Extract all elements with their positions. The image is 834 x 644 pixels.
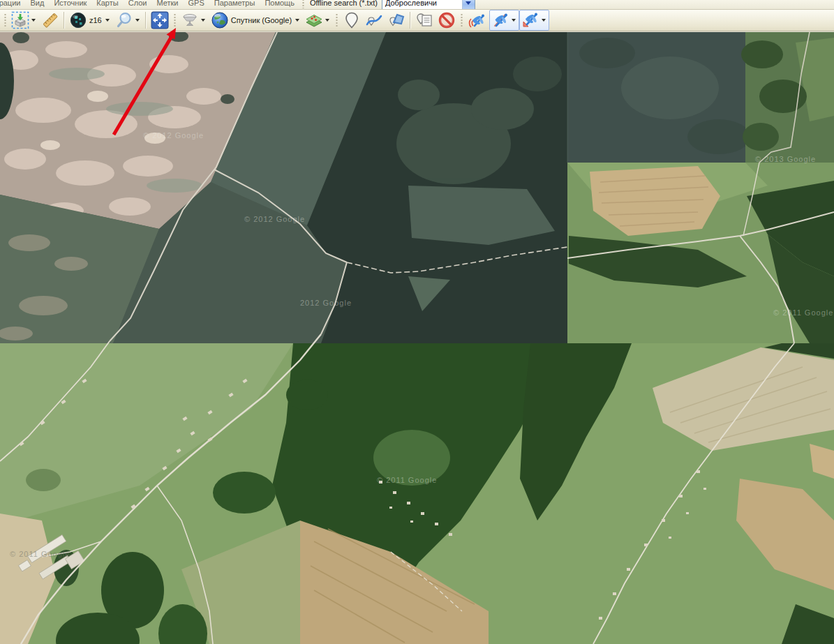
ruler-icon <box>41 11 59 29</box>
menu-item-source[interactable]: Источник <box>49 0 91 7</box>
toolbar-separator <box>145 12 147 29</box>
offline-search-label: Offline search (*.txt) <box>307 0 382 7</box>
zoom-level-button[interactable]: z16 <box>67 10 113 31</box>
cache-mode-button[interactable] <box>179 10 209 31</box>
add-polygon-button[interactable] <box>385 10 408 31</box>
layers-icon <box>305 11 323 29</box>
add-placemark-icon <box>343 11 361 29</box>
chevron-down-icon <box>542 19 546 22</box>
gps-follow-button[interactable] <box>519 10 549 31</box>
google-watermark: © 2011 Google <box>773 308 833 317</box>
gps-connect-icon <box>468 11 487 29</box>
map-source-label: Спутник (Google) <box>229 16 293 24</box>
main-toolbar: z16 <box>0 10 834 31</box>
combobox-dropdown-button[interactable] <box>462 0 475 9</box>
chevron-down-icon <box>466 1 471 5</box>
toolbar-grip[interactable] <box>3 13 7 28</box>
menu-item-maps[interactable]: Карты <box>91 0 123 7</box>
map-corner-ne <box>741 32 834 163</box>
hide-marks-icon <box>438 11 456 29</box>
satellite-map: © 2012 Google © 2012 Google 2012 Google … <box>0 32 834 644</box>
placemark-list-icon <box>415 11 433 29</box>
ruler-button[interactable] <box>39 10 61 31</box>
zoom-level-icon <box>69 11 87 29</box>
menu-item-marks[interactable]: Метки <box>151 0 183 7</box>
gps-track-icon <box>491 11 509 29</box>
google-watermark: © 2011 Google <box>10 550 70 558</box>
chevron-down-icon <box>295 19 299 22</box>
search-magnifier-button[interactable] <box>113 10 143 31</box>
chevron-down-icon <box>105 19 110 22</box>
google-watermark: 2012 Google <box>300 299 352 307</box>
toolbar-separator <box>410 12 411 29</box>
selection-download-button[interactable] <box>9 10 39 31</box>
gps-track-button[interactable] <box>489 10 519 31</box>
menu-item-operations[interactable]: Операции <box>0 0 25 7</box>
chevron-down-icon <box>512 19 516 22</box>
gps-connect-button[interactable] <box>466 10 489 31</box>
zoom-level-label: z16 <box>87 16 103 24</box>
google-watermark: © 2012 Google <box>244 215 305 223</box>
fullscreen-icon <box>151 11 169 29</box>
menu-item-view[interactable]: Вид <box>25 0 49 7</box>
map-source-icon <box>211 11 229 29</box>
gps-follow-icon <box>521 11 539 29</box>
offline-search-combobox[interactable]: Доброслевичи <box>382 0 475 10</box>
chevron-down-icon <box>31 19 36 22</box>
map-source-button[interactable]: Спутник (Google) <box>209 10 303 31</box>
chevron-down-icon <box>135 19 140 22</box>
chevron-down-icon <box>325 19 329 22</box>
magnifier-icon <box>115 11 133 29</box>
placemark-list-button[interactable] <box>413 10 435 31</box>
map-tile-bright-bottom <box>0 334 834 644</box>
map-tile-dark-upper <box>0 32 567 343</box>
toolbar-grip[interactable] <box>173 13 177 28</box>
add-placemark-button[interactable] <box>341 10 363 31</box>
menu-item-gps[interactable]: GPS <box>184 0 209 7</box>
cache-icon <box>181 11 199 29</box>
google-watermark: © 2012 Google <box>143 131 204 140</box>
toolbar-grip[interactable] <box>460 13 463 28</box>
map-tile-dark-ne <box>567 32 750 163</box>
menu-item-layers[interactable]: Слои <box>124 0 152 7</box>
chevron-down-icon <box>201 19 205 22</box>
layers-button[interactable] <box>303 10 333 31</box>
fullscreen-button[interactable] <box>149 10 171 31</box>
google-watermark: © 2013 Google <box>755 155 816 163</box>
google-watermark: © 2011 Google <box>377 476 437 484</box>
menu-item-help[interactable]: Помощь <box>260 0 299 7</box>
menu-item-options[interactable]: Параметры <box>209 0 260 7</box>
toolbar-separator <box>64 12 65 29</box>
hide-marks-button[interactable] <box>435 10 458 31</box>
select-download-icon <box>11 11 29 29</box>
add-polygon-icon <box>387 11 405 29</box>
add-path-icon <box>365 11 383 29</box>
menu-bar: Операции Вид Источник Карты Слои Метки G… <box>0 0 834 10</box>
offline-search-value[interactable]: Доброслевичи <box>382 0 462 7</box>
map-viewport[interactable]: © 2012 Google © 2012 Google 2012 Google … <box>0 32 834 644</box>
toolbar-grip[interactable] <box>335 13 338 28</box>
add-path-button[interactable] <box>363 10 385 31</box>
toolbar-grip[interactable] <box>301 0 305 8</box>
